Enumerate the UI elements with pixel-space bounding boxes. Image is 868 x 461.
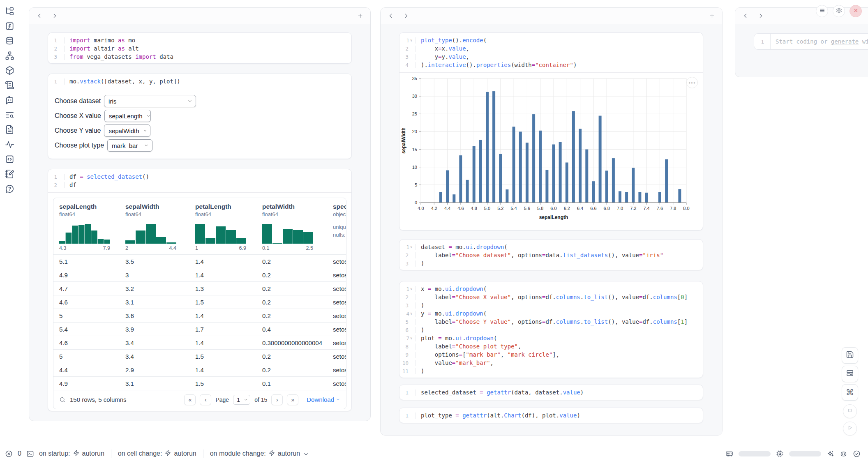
table-cell: 3.4 (120, 350, 189, 363)
table-cell: 0.1 (256, 377, 327, 390)
generate-with-ai-link[interactable]: generate (831, 38, 859, 45)
table-cell: 0.2 (256, 309, 327, 322)
svg-text:6.0: 6.0 (550, 206, 556, 211)
database-icon[interactable] (5, 36, 14, 46)
activity-icon[interactable] (5, 140, 14, 149)
fold-caret-icon[interactable]: ∨ (410, 311, 413, 316)
on-cell-change-config[interactable]: on cell change: autorun (118, 450, 196, 458)
chevron-right-icon[interactable] (401, 12, 410, 21)
stop-button[interactable] (843, 404, 857, 418)
cell-plot: 1∨plot_type().encode(2 x=x.value,3 y=y.v… (399, 32, 703, 230)
svg-text:7.8: 7.8 (670, 206, 676, 211)
fold-caret-icon[interactable]: ∨ (410, 287, 413, 291)
snippets-icon[interactable] (5, 154, 14, 164)
table-cell: 1.4 (189, 255, 256, 268)
code-editor[interactable]: 1df = selected_dataset()2df (48, 169, 351, 193)
chevron-right-icon[interactable] (756, 12, 765, 21)
package-icon[interactable] (5, 66, 14, 75)
download-button[interactable]: Download (307, 396, 340, 403)
first-page-button[interactable]: « (184, 394, 196, 405)
dropdown-row: Choose datasetiris (55, 95, 345, 107)
chevron-left-icon[interactable] (386, 12, 395, 21)
chevron-down-icon (143, 113, 151, 118)
table-column-header[interactable]: petalWidthfloat640.12.5 (256, 198, 327, 254)
column-1-header (29, 8, 370, 24)
fold-caret-icon[interactable]: ∨ (410, 336, 413, 340)
code-line: 2 x=x.value, (399, 44, 703, 53)
text-search-icon[interactable] (5, 110, 14, 120)
fold-caret-icon[interactable]: ∨ (410, 38, 413, 42)
chart-actions-button[interactable]: ●●● (686, 77, 698, 88)
code-line: 4∨y = mo.ui.dropdown( (399, 309, 703, 318)
code-editor[interactable]: 1∨dataset = mo.ui.dropdown(2 label="Choo… (399, 240, 703, 270)
errors-badge[interactable] (5, 450, 13, 458)
dropdown-row: Choose plot typemark_bar (55, 139, 345, 152)
code-editor[interactable]: 1plot_type = getattr(alt.Chart(df), plot… (399, 408, 703, 423)
code-editor[interactable]: 1∨plot_type().encode(2 x=x.value,3 y=y.v… (399, 33, 703, 73)
dependency-graph-icon[interactable] (5, 51, 14, 60)
functions-icon[interactable] (5, 21, 14, 31)
add-column-icon[interactable] (707, 12, 716, 21)
code-editor[interactable]: 1import marimo as mo2import altair as al… (48, 33, 351, 64)
dropdown-select[interactable]: iris (104, 95, 196, 107)
dropdown-select[interactable]: mark_bar (107, 139, 152, 152)
save-button[interactable] (842, 347, 858, 364)
table-cell: 3.5 (120, 255, 189, 268)
svg-text:35: 35 (412, 76, 417, 81)
help-icon[interactable] (5, 184, 14, 194)
copilot-button[interactable] (840, 450, 847, 458)
search-icon[interactable] (59, 396, 66, 403)
code-line: 2 label="Choose X value", options=df.col… (399, 293, 703, 301)
code-editor[interactable]: 1∨x = mo.ui.dropdown(2 label="Choose X v… (399, 281, 703, 378)
table-row: 4.93.11.50.1setosa (53, 376, 346, 390)
add-column-icon[interactable] (356, 12, 365, 21)
ai-sparkles-button[interactable] (826, 450, 834, 458)
code-line: 2 label="Choose dataset", options=data.l… (399, 251, 703, 259)
prev-page-button[interactable]: ‹ (200, 394, 211, 405)
connection-status-icon[interactable] (853, 450, 861, 458)
svg-text:5.2: 5.2 (497, 206, 503, 211)
table-row: 4.73.21.30.2setosa (53, 281, 346, 295)
chevron-right-icon[interactable] (50, 12, 59, 21)
shortcuts-button[interactable]: ⌘ (842, 384, 858, 401)
file-tree-icon[interactable] (5, 7, 14, 16)
scratchpad-icon[interactable] (5, 169, 14, 179)
menu-button[interactable] (816, 5, 828, 17)
layout-button[interactable] (842, 366, 858, 382)
column-histogram (262, 221, 313, 244)
chevron-left-icon[interactable] (741, 12, 750, 21)
page-select[interactable]: 1 (233, 395, 250, 405)
code-line: 8 label="Choose plot type", (399, 342, 703, 350)
cpu-icon (776, 450, 784, 458)
new-cell-editor[interactable]: 1 Start coding or generate with AI (754, 33, 868, 50)
code-line: 6) (399, 326, 703, 334)
table-column-header[interactable]: petalLengthfloat6416.9 (189, 198, 256, 254)
terminal-button[interactable] (26, 450, 34, 458)
table-column-header[interactable]: speciesobjectuniquenulls: (327, 198, 346, 254)
run-button[interactable] (843, 422, 857, 436)
on-module-change-config[interactable]: on module change: autorun (210, 450, 308, 458)
code-editor[interactable]: 1selected_dataset = getattr(data, datase… (399, 385, 703, 400)
settings-button[interactable] (833, 5, 845, 17)
code-editor[interactable]: 1mo.vstack([dataset, x, y, plot]) (48, 74, 351, 89)
layout-icon (846, 369, 854, 379)
gear-icon (836, 7, 842, 15)
dropdown-select[interactable]: sepalLength (104, 110, 151, 122)
chevron-left-icon[interactable] (35, 12, 44, 21)
fold-caret-icon[interactable]: ∨ (410, 245, 413, 249)
table-cell: setosa (327, 377, 346, 390)
svg-text:5.0: 5.0 (484, 206, 490, 211)
shutdown-button[interactable] (850, 5, 862, 17)
on-startup-config[interactable]: on startup: autorun (39, 450, 104, 458)
table-cell: setosa (327, 363, 346, 376)
table-cell: 1.4 (189, 268, 256, 281)
table-column-header[interactable]: sepalLengthfloat644.37.9 (53, 198, 120, 254)
dropdown-select[interactable]: sepalWidth (104, 124, 150, 137)
document-icon[interactable] (5, 125, 14, 134)
last-page-button[interactable]: » (287, 394, 298, 405)
logs-icon[interactable] (5, 81, 14, 90)
chatbot-icon[interactable] (5, 95, 14, 105)
next-page-button[interactable]: › (271, 394, 283, 405)
table-cell: setosa (327, 268, 346, 281)
table-column-header[interactable]: sepalWidthfloat6424.4 (120, 198, 189, 254)
